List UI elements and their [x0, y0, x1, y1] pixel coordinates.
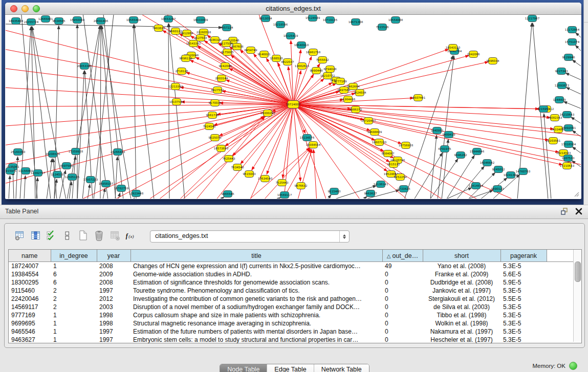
graph-node[interactable]: 10756928	[399, 142, 413, 149]
graph-node[interactable]: 18325419	[284, 33, 298, 39]
table-row[interactable]: 1872400712008Changes of HCN gene express…	[9, 262, 573, 271]
cell-name[interactable]: 9465546	[9, 327, 51, 336]
graph-node[interactable]: 9115460	[328, 188, 341, 195]
cell-name[interactable]: 9699695	[9, 319, 51, 327]
trash-icon[interactable]	[93, 230, 104, 241]
new-document-icon[interactable]	[77, 230, 89, 241]
graph-node[interactable]: 12213393	[168, 83, 183, 90]
graph-node[interactable]: 9990448	[310, 68, 323, 74]
graph-node[interactable]: 1244419	[553, 97, 566, 103]
graph-node[interactable]: 17210633	[560, 163, 575, 169]
column-header-in_degree[interactable]: in_degree	[51, 250, 97, 262]
graph-node[interactable]: 9890123	[491, 186, 504, 192]
cell-out_de[interactable]: 0	[382, 327, 423, 336]
graph-node[interactable]: 15720407	[361, 118, 376, 124]
cell-short[interactable]: Jankovic et al. (1997)	[423, 287, 500, 295]
cell-pagerank[interactable]: 5.6E-5	[500, 270, 547, 278]
graph-node[interactable]: 10688609	[367, 129, 382, 136]
cell-out_de[interactable]: 0	[382, 303, 423, 311]
graph-node[interactable]: 20206536	[46, 151, 60, 158]
cell-year[interactable]: 1998	[97, 319, 130, 327]
graph-node[interactable]: 1134519	[51, 171, 64, 178]
cell-in_degree[interactable]: 6	[51, 270, 97, 278]
cell-out_de[interactable]: 0	[382, 278, 423, 287]
graph-node[interactable]: 15944846	[470, 148, 485, 155]
table-panel-header[interactable]: Table Panel	[0, 205, 588, 219]
graph-node[interactable]: 9463627	[364, 190, 377, 197]
table-settings-icon[interactable]	[14, 230, 25, 241]
graph-node[interactable]: 9025073	[209, 135, 222, 141]
cell-year[interactable]: 2009	[97, 270, 130, 278]
graph-node[interactable]: 9245012	[492, 166, 505, 173]
cell-title[interactable]: Disruption of a novel member of a sodium…	[130, 303, 382, 311]
column-header-year[interactable]: year	[97, 250, 130, 262]
table-select-dropdown[interactable]: citations_edges.txt	[150, 230, 350, 243]
graph-node[interactable]: 15950004	[70, 17, 85, 24]
graph-node[interactable]: 16782759	[114, 185, 129, 192]
graph-node[interactable]: 15124549	[306, 15, 320, 21]
cell-out_de[interactable]: 0	[382, 311, 423, 319]
cell-in_degree[interactable]: 1	[51, 327, 97, 336]
cell-short[interactable]: Wolkin et al. (1998)	[423, 319, 500, 327]
rows-icon[interactable]	[61, 230, 73, 241]
graph-node[interactable]: 19565404	[126, 17, 141, 24]
graph-node[interactable]: 9896034	[487, 58, 499, 64]
graph-node[interactable]: 9361735	[206, 112, 219, 119]
graph-node[interactable]: 7515526	[376, 24, 389, 31]
cell-name[interactable]: 22420046	[9, 295, 51, 303]
graph-node[interactable]: 10719135	[323, 17, 338, 24]
graph-node[interactable]: 12217987	[525, 15, 540, 22]
cell-title[interactable]: Changes of HCN gene expression and I(f) …	[130, 262, 382, 271]
graph-node[interactable]: 1733426	[398, 186, 410, 192]
column-header-pagerank[interactable]: pagerank	[500, 250, 547, 262]
graph-node[interactable]: 18935404	[9, 18, 24, 25]
graph-node[interactable]: 8822037	[281, 59, 294, 65]
cell-in_degree[interactable]: 2	[51, 287, 97, 295]
cell-in_degree[interactable]: 1	[51, 319, 97, 327]
table-scrollbar-thumb[interactable]	[575, 261, 581, 282]
graph-node[interactable]: 1840951	[431, 127, 444, 134]
graph-node[interactable]: 16033809	[193, 17, 208, 24]
cell-in_degree[interactable]: 2	[51, 295, 97, 303]
cell-out_de[interactable]: 0	[382, 336, 423, 344]
float-panel-icon[interactable]	[560, 207, 569, 215]
select-all-icon[interactable]	[46, 230, 57, 241]
graph-node[interactable]: 14569117	[277, 192, 292, 199]
cell-pagerank[interactable]: 5.5E-5	[500, 295, 547, 303]
cell-year[interactable]: 1997	[97, 327, 130, 336]
cell-pagerank[interactable]: 5.3E-5	[500, 303, 547, 311]
column-header-short[interactable]: short	[423, 250, 500, 262]
cell-pagerank[interactable]: 5.3E-5	[500, 319, 547, 327]
cell-out_de[interactable]: 0	[382, 319, 423, 327]
graph-node[interactable]: 14671308	[349, 19, 363, 26]
cell-year[interactable]: 1997	[97, 287, 130, 295]
cell-title[interactable]: Estimation of significance thresholds fo…	[130, 278, 382, 287]
cell-short[interactable]: Hescheler et al. (1997)	[423, 336, 500, 344]
show-columns-icon[interactable]	[30, 230, 41, 241]
cell-name[interactable]: 9115460	[9, 287, 51, 295]
graph-node[interactable]: 7857224	[221, 25, 233, 31]
cell-title[interactable]: Estimation of the future numbers of pati…	[130, 327, 382, 336]
network-view[interactable]: 1893540424355724126658019634505159500042…	[6, 15, 581, 199]
cell-out_de[interactable]: 0	[382, 295, 423, 303]
graph-node[interactable]: 11172864	[565, 27, 580, 33]
graph-node[interactable]: 17359928	[69, 148, 83, 155]
cell-out_de[interactable]: 49	[382, 262, 423, 271]
network-window[interactable]: citations_edges.txt 18935404243557241266…	[5, 3, 581, 199]
graph-node[interactable]: 19218596	[273, 21, 288, 28]
graph-node[interactable]: 7955812	[316, 57, 329, 63]
cell-out_de[interactable]: 0	[382, 287, 423, 295]
cell-pagerank[interactable]: 5.9E-5	[500, 278, 547, 287]
close-panel-icon[interactable]	[575, 207, 583, 215]
graph-node[interactable]: 10507491	[411, 95, 426, 101]
cell-title[interactable]: Structural magnetic resonance image aver…	[130, 319, 382, 327]
graph-node[interactable]: 9465546	[222, 191, 234, 198]
graph-node[interactable]: 6791975	[439, 146, 451, 152]
cell-in_degree[interactable]: 2	[51, 303, 97, 311]
graph-node[interactable]: 7634540	[231, 164, 244, 171]
cell-title[interactable]: Investigating the contribution of common…	[130, 295, 382, 303]
cell-name[interactable]: 14569117	[9, 303, 51, 311]
graph-node[interactable]: 9346282	[454, 152, 467, 159]
cell-short[interactable]: Nakamura et al. (1997)	[423, 327, 500, 336]
tab-edge-table[interactable]: Edge Table	[267, 364, 314, 372]
